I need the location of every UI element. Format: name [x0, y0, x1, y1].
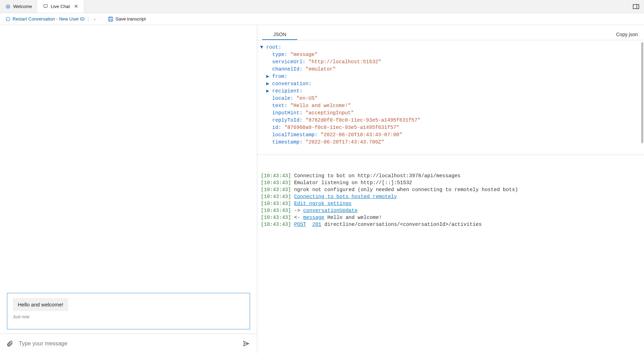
json-key: locale: — [272, 96, 293, 101]
message-input[interactable] — [19, 340, 236, 347]
bot-message-text: Hello and welcome! — [18, 302, 63, 307]
json-value: "2022-06-20T10:43:43-07:00" — [321, 132, 402, 138]
json-key: timestamp: — [272, 139, 303, 145]
json-value: "acceptingInput" — [306, 110, 354, 116]
json-key: id: — [272, 125, 281, 130]
svg-rect-2 — [44, 5, 48, 7]
log-link[interactable]: conversationUpdate — [303, 208, 358, 213]
panel-split-icon[interactable] — [628, 0, 644, 13]
tab-welcome-label: Welcome — [13, 4, 32, 9]
inspector-header: JSON Copy json — [257, 25, 644, 40]
bot-message[interactable]: Hello and welcome! — [13, 298, 68, 311]
json-key-root: root: — [266, 44, 281, 50]
copy-json-button[interactable]: Copy json — [615, 29, 639, 40]
caret-right-icon[interactable]: ▶ — [266, 88, 272, 94]
json-tree[interactable]: ▼ root: type: "message" serviceUrl: "htt… — [257, 40, 644, 155]
tab-livechat[interactable]: Live Chat ✕ — [38, 0, 84, 13]
log-panel[interactable]: [10:43:43] Connecting to bot on http://l… — [257, 155, 644, 353]
svg-rect-5 — [108, 17, 113, 21]
log-timestamp: [10:43:43] — [261, 222, 291, 227]
save-icon — [108, 16, 113, 22]
svg-rect-3 — [633, 5, 639, 9]
json-key: localTimestamp: — [272, 132, 318, 138]
inspector-panel: JSON Copy json ▼ root: type: "message" s… — [257, 25, 644, 353]
log-text: <- — [291, 215, 303, 220]
log-timestamp: [10:43:43] — [261, 194, 291, 199]
log-timestamp: [10:43:43] — [261, 201, 291, 206]
json-value: "8762d0f0-f0c0-11ec-93e5-a1495f631f57" — [306, 117, 421, 123]
json-value: "2022-06-20T17:43:43.786Z" — [306, 139, 384, 145]
json-key: inputHint: — [272, 110, 303, 116]
log-link[interactable]: Connecting to bots hosted remotely — [294, 194, 397, 199]
json-value: "876960a0-f0c0-11ec-93e5-a1495f631f57" — [284, 125, 400, 130]
caret-down-icon[interactable]: ▼ — [260, 44, 266, 50]
chat-icon — [43, 4, 48, 9]
chat-transcript[interactable]: Hello and welcome! Just now — [0, 25, 257, 334]
log-link[interactable]: POST — [294, 222, 306, 227]
json-key: text: — [272, 103, 288, 108]
close-icon[interactable]: ✕ — [74, 3, 78, 9]
svg-point-1 — [7, 6, 9, 7]
restart-label: Restart Conversation - New User ID — [13, 16, 84, 22]
chevron-down-icon[interactable]: ⌄ — [92, 16, 97, 22]
log-timestamp: [10:43:43] — [261, 173, 291, 179]
refresh-icon — [6, 17, 10, 22]
message-timestamp: Just now — [13, 314, 244, 319]
log-timestamp: [10:43:43] — [261, 208, 291, 213]
json-tab[interactable]: JSON — [262, 29, 297, 40]
toolbar-divider — [88, 16, 88, 22]
log-timestamp: [10:43:43] — [261, 180, 291, 186]
welcome-icon — [6, 4, 10, 9]
json-value: "Hello and welcome!" — [290, 103, 351, 108]
json-value: "emulator" — [306, 66, 336, 72]
json-key: conversation: — [272, 81, 312, 87]
json-key: replyToId: — [272, 117, 303, 123]
save-label: Save transcript — [115, 16, 146, 22]
json-value: "http://localhost:51532" — [308, 59, 381, 65]
log-text: Emulator listening on http://[::]:51532 — [291, 180, 412, 186]
tab-livechat-label: Live Chat — [51, 4, 70, 9]
log-text: ngrok not configured (only needed when c… — [291, 187, 518, 192]
restart-conversation-button[interactable]: Restart Conversation - New User ID — [6, 16, 84, 22]
chat-panel: Hello and welcome! Just now — [0, 25, 257, 353]
toolbar: Restart Conversation - New User ID ⌄ Sav… — [0, 13, 644, 25]
log-text: Connecting to bot on http://localhost:39… — [291, 173, 460, 179]
json-value: "message" — [290, 52, 317, 57]
json-key: from: — [272, 74, 288, 79]
tab-welcome[interactable]: Welcome — [0, 0, 38, 13]
chat-input-row — [0, 334, 257, 353]
send-icon[interactable] — [242, 340, 251, 347]
json-key: channelId: — [272, 66, 303, 72]
json-key: type: — [272, 52, 288, 57]
log-text: directline/conversations/<conversationId… — [321, 222, 482, 227]
selected-activity-card[interactable]: Hello and welcome! Just now — [7, 293, 250, 329]
log-timestamp: [10:43:43] — [261, 215, 291, 220]
log-timestamp: [10:43:43] — [261, 187, 291, 192]
json-key: recipient: — [272, 88, 303, 94]
tab-bar: Welcome Live Chat ✕ — [0, 0, 644, 13]
svg-point-0 — [6, 5, 10, 8]
json-key: serviceUrl: — [272, 59, 306, 65]
log-text: Hello and welcome! — [324, 215, 382, 220]
json-value: "en-US" — [296, 96, 317, 101]
attachment-icon[interactable] — [6, 340, 13, 347]
caret-right-icon[interactable]: ▶ — [266, 81, 272, 87]
save-transcript-button[interactable]: Save transcript — [108, 16, 146, 22]
log-link[interactable]: Edit ngrok settings — [294, 201, 352, 206]
log-text: -> — [291, 208, 303, 213]
caret-right-icon[interactable]: ▶ — [266, 74, 272, 79]
log-link[interactable]: 201 — [312, 222, 321, 227]
log-link[interactable]: message — [303, 215, 324, 220]
